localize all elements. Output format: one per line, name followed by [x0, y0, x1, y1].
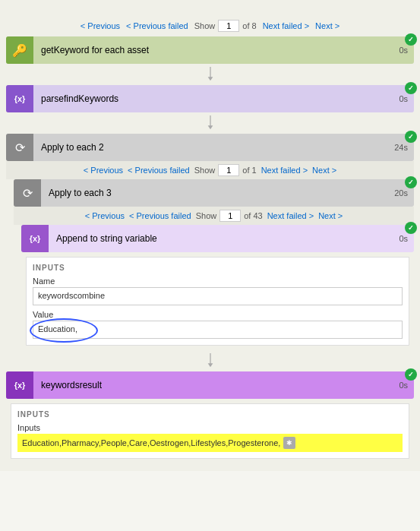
keywords-inputs-label: Inputs [17, 423, 403, 432]
nested-area-1: ⟳ Apply to each 3 20s < Previous < Previ… [14, 179, 414, 346]
append-inputs-panel: INPUTS Name keywordscombine Value Educat… [26, 257, 409, 346]
apply-each-3-status [405, 176, 417, 188]
apply-each-2-block[interactable]: ⟳ Apply to each 2 24s [6, 134, 414, 161]
main-content: 🔑 getKeyword for each asset 0s {x} parse… [0, 36, 420, 471]
inner-show-container-1: Show of 1 [194, 164, 257, 176]
inner-nav-2: < Previous < Previous failed Show of 43 … [14, 207, 414, 225]
get-keyword-icon-box: 🔑 [6, 36, 33, 64]
append-value-wrapper: Education, [33, 321, 403, 339]
keywords-value-text: Education,Pharmacy,People,Care,Oestrogen… [22, 438, 280, 447]
svg-marker-1 [207, 77, 213, 81]
svg-marker-3 [207, 125, 213, 129]
append-string-block[interactable]: {x} Append to string variable 0s [21, 225, 414, 252]
get-keyword-label: getKeyword for each asset [33, 45, 393, 55]
show-input[interactable] [218, 20, 239, 32]
keywords-result-label: keywordsresult [33, 380, 393, 390]
inner-nav-1: < Previous < Previous failed Show of 1 N… [6, 161, 414, 179]
apply-each-2-duration: 24s [388, 143, 414, 152]
get-keyword-status [405, 33, 417, 46]
keywords-value-icon: ✱ [283, 437, 295, 449]
append-inputs-label: INPUTS [33, 264, 403, 272]
code-icon-1: {x} [14, 94, 26, 103]
next-button[interactable]: Next > [315, 21, 339, 30]
previous-button[interactable]: < Previous [81, 21, 120, 30]
append-icon: {x} [30, 234, 41, 243]
keywords-result-inputs-panel: INPUTS Inputs Education,Pharmacy,People,… [11, 403, 409, 459]
inner-show-input-1[interactable] [218, 164, 239, 176]
apply-each-2-status [405, 131, 417, 143]
append-name-label: Name [33, 277, 403, 286]
append-string-status [405, 222, 417, 234]
loop-icon-1: ⟳ [15, 141, 25, 155]
keywords-icon: {x} [14, 381, 26, 390]
apply-each-3-block[interactable]: ⟳ Apply to each 3 20s [14, 179, 414, 207]
append-string-label: Append to string variable [49, 233, 393, 244]
inner-next-button-2[interactable]: Next > [318, 211, 343, 220]
append-value-label: Value [33, 310, 403, 319]
inner-show-container-2: Show of 43 [196, 210, 263, 222]
apply-each-3-label: Apply to each 3 [41, 188, 388, 198]
of-label: of 8 [242, 21, 256, 30]
keywords-result-duration: 0s [393, 381, 414, 390]
apply-each-2-icon-box: ⟳ [6, 134, 33, 161]
append-string-icon-box: {x} [21, 225, 49, 252]
inner-previous-failed-button-1[interactable]: < Previous failed [128, 166, 190, 175]
parse-find-keywords-block[interactable]: {x} parsefindKeywords 0s [6, 85, 414, 112]
get-keyword-block[interactable]: 🔑 getKeyword for each asset 0s [6, 36, 414, 64]
append-string-duration: 0s [393, 234, 414, 243]
inner-of-label-1: of 1 [242, 166, 256, 175]
show-container: Show of 8 [194, 20, 257, 32]
apply-each-2-label: Apply to each 2 [33, 142, 388, 153]
inner-previous-button-2[interactable]: < Previous [85, 211, 125, 220]
keywords-result-block[interactable]: {x} keywordsresult 0s [6, 371, 414, 399]
keywords-inputs-value: Education,Pharmacy,People,Care,Oestrogen… [17, 434, 403, 452]
keywords-result-inputs-label: INPUTS [17, 410, 403, 419]
inner-of-label-2: of 43 [244, 211, 262, 220]
arrow-2 [6, 112, 414, 134]
inner-show-label-2: Show [196, 211, 217, 220]
inner-show-label-1: Show [194, 166, 216, 175]
parse-find-keywords-status [405, 82, 417, 94]
top-nav-bar: < Previous < Previous failed Show of 8 N… [0, 15, 420, 36]
arrow-1 [6, 64, 414, 85]
next-failed-button[interactable]: Next failed > [263, 21, 309, 30]
apply-each-3-icon-box: ⟳ [14, 179, 41, 207]
keywords-result-icon-box: {x} [6, 371, 33, 399]
inner-next-button-1[interactable]: Next > [312, 166, 336, 175]
key-icon: 🔑 [12, 43, 27, 58]
parse-find-keywords-label: parsefindKeywords [33, 93, 393, 104]
apply-each-3-duration: 20s [388, 188, 414, 198]
keywords-result-status [405, 368, 417, 381]
append-name-value: keywordscombine [33, 287, 403, 305]
inner-show-input-2[interactable] [219, 210, 241, 222]
append-value-field: Education, [33, 321, 403, 339]
inner-previous-button-1[interactable]: < Previous [84, 166, 123, 175]
inner-next-failed-button-2[interactable]: Next failed > [267, 211, 314, 220]
parse-find-keywords-duration: 0s [393, 94, 414, 103]
svg-marker-5 [207, 363, 213, 367]
nested-area-2: {x} Append to string variable 0s INPUTS … [21, 225, 414, 346]
show-label: Show [194, 21, 216, 30]
arrow-3 [6, 350, 414, 371]
previous-failed-button[interactable]: < Previous failed [126, 21, 188, 30]
get-keyword-duration: 0s [393, 46, 414, 55]
inner-previous-failed-button-2[interactable]: < Previous failed [129, 211, 191, 220]
parse-find-keywords-icon-box: {x} [6, 85, 33, 112]
loop-icon-2: ⟳ [23, 186, 33, 201]
inner-next-failed-button-1[interactable]: Next failed > [261, 166, 308, 175]
